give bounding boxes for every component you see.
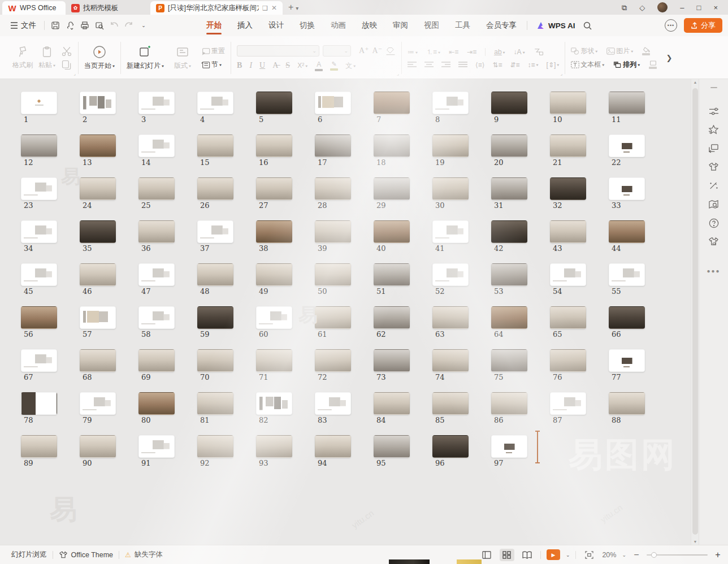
slide-cell-47[interactable]: 47: [138, 263, 175, 296]
slide-thumbnail[interactable]: [256, 349, 292, 372]
slide-thumbnail[interactable]: [550, 92, 586, 114]
slide-cell-38[interactable]: 38: [256, 220, 292, 253]
slide-cell-59[interactable]: 59: [197, 306, 233, 339]
zoom-chevron-icon[interactable]: ⌄: [622, 552, 626, 558]
user-avatar[interactable]: [657, 2, 668, 12]
device-sync-icon[interactable]: ⧉: [622, 4, 627, 11]
ribbon-expand-chevron-icon[interactable]: ❯: [661, 40, 677, 76]
slide-cell-3[interactable]: 3: [138, 92, 175, 124]
slide-cell-74[interactable]: 74: [432, 349, 469, 382]
slide-cell-9[interactable]: 9: [491, 92, 527, 124]
slide-cell-41[interactable]: 41: [432, 220, 469, 253]
slide-cell-48[interactable]: 48: [197, 263, 233, 296]
slide-thumbnail[interactable]: [491, 392, 527, 415]
zoom-out-button[interactable]: −: [632, 550, 641, 560]
tab-document[interactable]: P [只读]华润北京纪家庙样板间方 ❑ ✕: [150, 1, 283, 15]
slide-thumbnail[interactable]: [315, 392, 351, 415]
zoom-in-button[interactable]: +: [713, 550, 722, 560]
slide-thumbnail[interactable]: [432, 220, 469, 243]
slide-thumbnail[interactable]: [432, 349, 469, 372]
slide-thumbnail[interactable]: [374, 177, 410, 200]
slide-thumbnail[interactable]: [138, 135, 175, 157]
slide-thumbnail[interactable]: [138, 177, 175, 200]
slide-cell-36[interactable]: 36: [138, 220, 175, 253]
slide-cell-64[interactable]: 64: [491, 306, 527, 339]
slide-thumbnail[interactable]: [256, 263, 292, 286]
slide-thumbnail[interactable]: [491, 349, 527, 372]
export-pdf-icon[interactable]: [63, 19, 77, 32]
tab-close-icon[interactable]: ✕: [271, 4, 277, 12]
slide-thumbnail[interactable]: [315, 135, 351, 157]
slide-cell-84[interactable]: 84: [374, 392, 410, 425]
slide-cell-50[interactable]: 50: [315, 263, 351, 296]
slide-thumbnail[interactable]: [432, 177, 469, 200]
slide-thumbnail[interactable]: [374, 92, 410, 114]
slide-thumbnail[interactable]: [374, 435, 410, 458]
slide-thumbnail[interactable]: [197, 349, 233, 372]
tab-transition[interactable]: 切换: [293, 15, 322, 36]
slide-thumbnail[interactable]: [256, 177, 292, 200]
slide-cell-30[interactable]: 30: [432, 177, 469, 210]
wps-ai-button[interactable]: WPS AI: [536, 21, 575, 30]
slide-thumbnail[interactable]: [374, 306, 410, 329]
slide-thumbnail[interactable]: [138, 349, 175, 372]
slide-cell-12[interactable]: 12: [21, 135, 57, 167]
slide-cell-44[interactable]: 44: [609, 220, 645, 253]
slide-cell-4[interactable]: 4: [197, 92, 233, 124]
slide-thumbnail[interactable]: [374, 135, 410, 157]
slide-cell-61[interactable]: 61: [315, 306, 351, 339]
slide-cell-57[interactable]: 57: [80, 306, 116, 339]
slide-cell-28[interactable]: 28: [315, 177, 351, 210]
slide-cell-70[interactable]: 70: [197, 349, 233, 382]
slide-cell-40[interactable]: 40: [374, 220, 410, 253]
close-button[interactable]: ×: [713, 4, 718, 11]
slide-cell-18[interactable]: 18: [374, 135, 410, 167]
magic-wand-icon[interactable]: [709, 176, 719, 195]
slide-cell-7[interactable]: 7: [374, 92, 410, 124]
slide-cell-76[interactable]: 76: [550, 349, 586, 382]
slide-cell-45[interactable]: 45: [21, 263, 57, 296]
slide-cell-90[interactable]: 90: [80, 435, 116, 468]
slide-thumbnail[interactable]: [609, 349, 645, 372]
slide-thumbnail[interactable]: [609, 92, 645, 114]
slide-cell-89[interactable]: 89: [21, 435, 57, 468]
slide-thumbnail[interactable]: [80, 220, 116, 243]
tab-review[interactable]: 审阅: [386, 15, 415, 36]
slide-thumbnail[interactable]: [609, 306, 645, 329]
slide-thumbnail[interactable]: [256, 435, 292, 458]
slide-cell-22[interactable]: 22: [609, 135, 645, 167]
slide-thumbnail[interactable]: [550, 306, 586, 329]
slide-cell-33[interactable]: 33: [609, 177, 645, 210]
slide-cell-77[interactable]: 77: [609, 349, 645, 382]
slide-thumbnail[interactable]: [550, 220, 586, 243]
slide-cell-95[interactable]: 95: [374, 435, 410, 468]
slide-cell-1[interactable]: 1: [21, 92, 57, 124]
slide-thumbnail[interactable]: [21, 392, 57, 415]
slide-cell-86[interactable]: 86: [491, 392, 527, 425]
slide-cell-37[interactable]: 37: [197, 220, 233, 253]
slide-thumbnail[interactable]: [432, 263, 469, 286]
switch-windows-icon[interactable]: [708, 139, 719, 158]
slide-thumbnail[interactable]: [315, 220, 351, 243]
maximize-button[interactable]: □: [697, 4, 701, 11]
slide-thumbnail[interactable]: [80, 306, 116, 329]
slide-thumbnail[interactable]: [21, 177, 57, 200]
navigate-find-icon[interactable]: [708, 195, 719, 214]
slide-thumbnail[interactable]: [491, 263, 527, 286]
theme-button[interactable]: Office Theme: [53, 551, 119, 559]
slide-cell-54[interactable]: 54: [550, 263, 586, 296]
slide-cell-93[interactable]: 93: [256, 435, 292, 468]
new-tab-button[interactable]: +: [288, 2, 293, 12]
share-button[interactable]: 分享: [684, 18, 722, 33]
slide-thumbnail[interactable]: [491, 435, 527, 458]
slide-thumbnail[interactable]: [315, 435, 351, 458]
slide-cell-53[interactable]: 53: [491, 263, 527, 296]
slide-thumbnail[interactable]: [491, 135, 527, 157]
slide-cell-27[interactable]: 27: [256, 177, 292, 210]
slide-sorter-view-button[interactable]: [500, 549, 514, 561]
slide-cell-63[interactable]: 63: [432, 306, 469, 339]
slide-thumbnail[interactable]: [21, 435, 57, 458]
slide-thumbnail[interactable]: [21, 92, 57, 114]
cast-screen-icon[interactable]: ❑: [262, 5, 268, 12]
slide-thumbnail[interactable]: [21, 306, 57, 329]
